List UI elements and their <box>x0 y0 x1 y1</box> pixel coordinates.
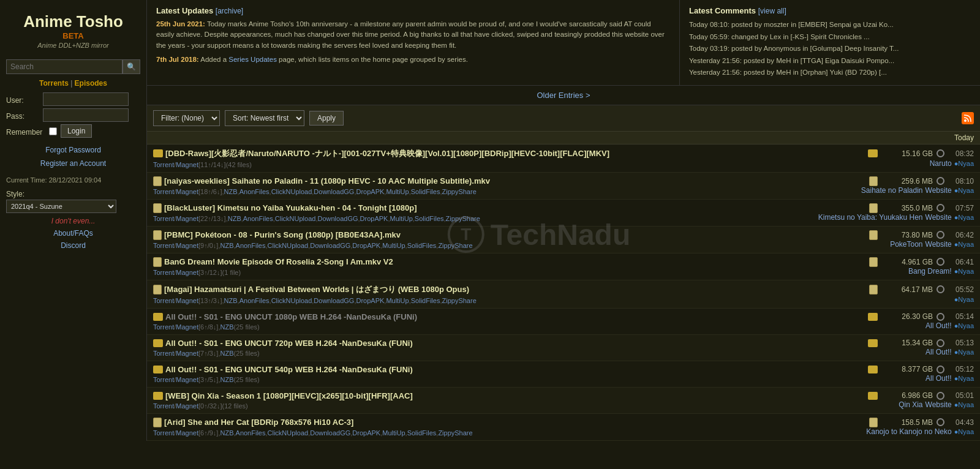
series-updates-link[interactable]: Series Updates <box>228 56 277 63</box>
mirror-link[interactable]: DropAPK <box>352 429 380 437</box>
sub-link-magnet[interactable]: Magnet <box>176 429 198 437</box>
sub-link-magnet[interactable]: Magnet <box>176 188 198 195</box>
entry-title[interactable]: [BlackLuster] Kimetsu no Yaiba Yuukaku-h… <box>164 203 851 212</box>
mirror-link[interactable]: DownloadGG <box>314 297 354 304</box>
series-link[interactable]: Bang Dream! <box>908 267 952 276</box>
series-link[interactable]: All Out!! <box>925 348 952 356</box>
apply-button[interactable]: Apply <box>309 111 344 126</box>
series-link[interactable]: PokeToon <box>890 240 922 249</box>
series-link[interactable]: Kanojo to Kanojo no Neko <box>866 427 951 436</box>
sub-link-torrent[interactable]: Torrent <box>153 350 174 357</box>
sub-link-magnet[interactable]: Magnet <box>176 297 198 304</box>
series-link[interactable]: Kimetsu no Yaiba: Yuukaku Hen <box>818 213 923 222</box>
pass-input[interactable] <box>43 108 129 122</box>
sub-link-magnet[interactable]: Magnet <box>176 215 198 222</box>
mirror-link[interactable]: NZB <box>220 350 233 357</box>
mirror-link[interactable]: NZB <box>224 297 238 304</box>
mirror-link[interactable]: ClickNUpload <box>271 188 312 195</box>
mirror-link[interactable]: AnonFiles <box>236 429 266 437</box>
filter-select[interactable]: Filter: (None) <box>153 110 220 126</box>
sub-link-magnet[interactable]: Magnet <box>176 161 198 168</box>
mirror-link[interactable]: ZippyShare <box>438 242 472 249</box>
sub-link-torrent[interactable]: Torrent <box>153 402 174 410</box>
mirror-link[interactable]: ZippyShare <box>442 297 477 304</box>
entry-title[interactable]: All Out!! - S01 - ENG UNCUT 540p WEB H.2… <box>165 365 851 374</box>
mirror-link[interactable]: AnonFiles <box>236 242 266 249</box>
entry-title[interactable]: [naiyas-weeklies] Saihate no Paladin - 1… <box>164 176 851 186</box>
website-link[interactable]: Website <box>925 186 952 195</box>
mirror-link[interactable]: DownloadGG <box>310 429 350 437</box>
mirror-link[interactable]: MultiUp <box>386 297 409 304</box>
website-link[interactable]: Website <box>925 400 952 409</box>
mirror-link[interactable]: ClickNUpload <box>275 215 316 222</box>
forgot-password-link[interactable]: Forgot Password <box>45 146 101 154</box>
mirror-link[interactable]: AnonFiles <box>239 188 270 195</box>
series-link[interactable]: All Out!! <box>925 321 952 330</box>
sub-link-magnet[interactable]: Magnet <box>176 269 198 276</box>
login-button[interactable]: Login <box>61 124 92 138</box>
about-link[interactable]: About/FAQs <box>53 229 93 238</box>
sub-link-magnet[interactable]: Magnet <box>176 350 198 357</box>
mirror-link[interactable]: ZippyShare <box>442 188 477 195</box>
mirror-link[interactable]: DownloadGG <box>317 215 358 222</box>
nav-episodes[interactable]: Episodes <box>75 79 107 88</box>
mirror-link[interactable]: SolidFiles <box>407 242 437 249</box>
entry-title[interactable]: [WEB] Qin Xia - Season 1 [1080P][HEVC][x… <box>165 391 851 400</box>
remember-checkbox[interactable] <box>49 127 57 135</box>
entry-title[interactable]: [DBD-Raws][火影忍者/Naruto/NARUTO -ナルト-][001… <box>165 148 851 159</box>
nav-torrents[interactable]: Torrents <box>39 79 69 88</box>
entry-title[interactable]: [Magai] Hazamatsuri | A Festival Between… <box>164 284 851 295</box>
mirror-link[interactable]: NZB <box>220 323 233 331</box>
sub-link-magnet[interactable]: Magnet <box>176 376 198 383</box>
sub-link-magnet[interactable]: Magnet <box>176 402 198 410</box>
mirror-link[interactable]: AnonFiles <box>243 215 273 222</box>
series-link[interactable]: Saihate no Paladin <box>861 186 923 195</box>
mirror-link[interactable]: NZB <box>220 429 233 437</box>
mirror-link[interactable]: NZB <box>220 376 233 383</box>
mirror-link[interactable]: DropAPK <box>356 188 384 195</box>
mirror-link[interactable]: DownloadGG <box>314 188 354 195</box>
mirror-link[interactable]: NZB <box>224 188 238 195</box>
mirror-link[interactable]: ClickNUpload <box>268 429 309 437</box>
entry-title[interactable]: [Arid] She and Her Cat [BDRip 768x576 Hi… <box>164 418 851 427</box>
mirror-link[interactable]: AnonFiles <box>239 297 270 304</box>
discord-link[interactable]: Discord <box>61 241 86 250</box>
mirror-link[interactable]: MultiUp <box>382 242 405 249</box>
entry-title[interactable]: All Out!! - S01 - ENG UNCUT 720p WEB H.2… <box>165 339 851 348</box>
sub-link-torrent[interactable]: Torrent <box>153 429 174 437</box>
sub-link-torrent[interactable]: Torrent <box>153 242 174 249</box>
series-link[interactable]: Qin Xia <box>899 400 922 409</box>
sub-link-magnet[interactable]: Magnet <box>176 323 198 331</box>
sub-link-torrent[interactable]: Torrent <box>153 215 174 222</box>
rss-icon[interactable] <box>962 112 974 124</box>
mirror-link[interactable]: MultiUp <box>386 188 409 195</box>
website-link[interactable]: Website <box>925 240 952 249</box>
mirror-link[interactable]: MultiUp <box>390 215 413 222</box>
entry-title[interactable]: All Out!! - S01 - ENG UNCUT 1080p WEB H.… <box>165 312 851 321</box>
mirror-link[interactable]: SolidFiles <box>411 297 440 304</box>
sub-link-torrent[interactable]: Torrent <box>153 188 174 195</box>
style-select[interactable]: 2021q4 - Suzune <box>6 200 116 213</box>
mirror-link[interactable]: DropAPK <box>360 215 388 222</box>
mirror-link[interactable]: SolidFiles <box>411 188 440 195</box>
mirror-link[interactable]: ZippyShare <box>446 215 480 222</box>
website-link[interactable]: Website <box>925 213 952 222</box>
mirror-link[interactable]: ClickNUpload <box>268 242 309 249</box>
sub-link-torrent[interactable]: Torrent <box>153 297 174 304</box>
mirror-link[interactable]: MultiUp <box>382 429 405 437</box>
older-entries-link[interactable]: Older Entries > <box>537 91 590 100</box>
mirror-link[interactable]: SolidFiles <box>407 429 437 437</box>
sub-link-torrent[interactable]: Torrent <box>153 323 174 331</box>
mirror-link[interactable]: DropAPK <box>356 297 384 304</box>
entry-title[interactable]: [PBMC] Pokétoon - 08 - Purin's Song (108… <box>164 230 851 239</box>
register-link[interactable]: Register an Account <box>40 159 106 168</box>
search-button[interactable]: 🔍 <box>123 59 140 74</box>
entry-title[interactable]: BanG Dream! Movie Episode Of Roselia 2-S… <box>164 257 851 266</box>
mirror-link[interactable]: DropAPK <box>352 242 380 249</box>
series-link[interactable]: All Out!! <box>925 374 952 383</box>
search-input[interactable] <box>6 59 123 74</box>
sub-link-torrent[interactable]: Torrent <box>153 269 174 276</box>
mirror-link[interactable]: DownloadGG <box>310 242 350 249</box>
series-link[interactable]: Naruto <box>930 159 952 168</box>
sub-link-torrent[interactable]: Torrent <box>153 161 174 168</box>
